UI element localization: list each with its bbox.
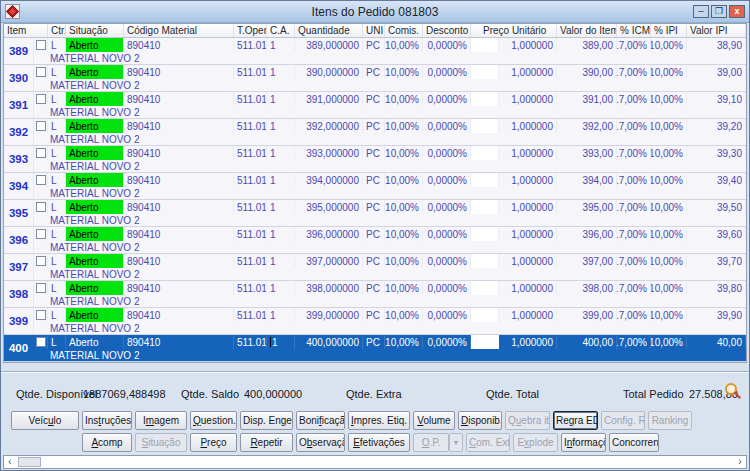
column-header-ipi[interactable]: % IPI — [651, 24, 687, 37]
ipi-cell: 10,00% — [651, 92, 687, 106]
question-button[interactable]: Question. — [190, 411, 237, 430]
ca-cell: 1 — [267, 173, 295, 187]
situacao-badge: Aberto — [66, 173, 124, 187]
row-checkbox[interactable] — [36, 310, 46, 320]
material-description: MATERIAL NOVO 2 — [34, 268, 746, 280]
disponib-button[interactable]: Disponib. — [458, 411, 502, 430]
grid-row[interactable]: 396LAberto890410511.011396,000000PC10,00… — [4, 227, 746, 254]
horizontal-scrollbar[interactable]: ‹ › — [3, 455, 747, 469]
grid-body: 389LAberto890410511.011389,000000PC10,00… — [4, 38, 746, 362]
ctr-cell: L — [48, 200, 66, 214]
preco-unitario-cell: 1,000000 — [499, 119, 557, 133]
row-checkbox[interactable] — [36, 40, 46, 50]
grid-row[interactable]: 393LAberto890410511.011393,000000PC10,00… — [4, 146, 746, 173]
scroll-left-icon[interactable]: ‹ — [4, 456, 16, 468]
grid-row[interactable]: 394LAberto890410511.011394,000000PC10,00… — [4, 173, 746, 200]
uni-cell: PC — [363, 38, 385, 52]
efetivacoes-button[interactable]: Efetivações — [348, 433, 410, 452]
magnifier-icon[interactable] — [724, 382, 741, 399]
grid-row[interactable]: 395LAberto890410511.011395,000000PC10,00… — [4, 200, 746, 227]
grid-row[interactable]: 399LAberto890410511.011399,000000PC10,00… — [4, 308, 746, 335]
row-checkbox[interactable] — [36, 202, 46, 212]
item-number: 397 — [4, 254, 34, 280]
preco-unitario-cell: 1,000000 — [499, 335, 557, 349]
row-checkbox[interactable] — [36, 256, 46, 266]
row-checkbox[interactable] — [36, 67, 46, 77]
imagem-button[interactable]: Imagem — [135, 411, 187, 430]
column-header-valor-do-item[interactable]: Valor do Item — [557, 24, 617, 37]
row-main-line: LAberto890410511.011391,000000PC10,00%0,… — [34, 92, 746, 106]
qtde-saldo-label: Qtde. Saldo — [181, 388, 239, 400]
column-header-c-digo-material[interactable]: Código Material — [124, 24, 234, 37]
valor-ipi-cell: 39,20 — [687, 119, 746, 133]
grid-row[interactable]: 392LAberto890410511.011392,000000PC10,00… — [4, 119, 746, 146]
quantidade-cell: 391,000000 — [295, 92, 363, 106]
valor-ipi-cell: 39,80 — [687, 281, 746, 295]
row-checkbox[interactable] — [36, 283, 46, 293]
preco-unitario-cell: 1,000000 — [499, 92, 557, 106]
valor-ipi-cell: 40,00 — [687, 335, 746, 349]
grid-row[interactable]: 400LAberto890410511.011400,000000PC10,00… — [4, 335, 746, 362]
repetir-button[interactable]: Repetir — [240, 433, 293, 452]
minimize-button[interactable]: – — [693, 5, 709, 18]
ctr-cell: L — [48, 92, 66, 106]
toper-cell: 511.01 — [234, 92, 267, 106]
ca-cell[interactable]: 1 — [267, 335, 295, 349]
column-header-icms[interactable]: % ICMS — [617, 24, 651, 37]
column-header-valor-ipi[interactable]: Valor IPI — [687, 24, 746, 37]
comis-cell: 10,00% — [385, 146, 423, 160]
column-header-comis[interactable]: Comis. — [385, 24, 423, 37]
grid-row[interactable]: 397LAberto890410511.011397,000000PC10,00… — [4, 254, 746, 281]
material-description: MATERIAL NOVO 2 — [34, 160, 746, 172]
grid-row[interactable]: 391LAberto890410511.011391,000000PC10,00… — [4, 92, 746, 119]
scrollbar-thumb[interactable] — [18, 457, 41, 467]
concorrente-button[interactable]: Concorrente — [609, 433, 659, 452]
row-checkbox[interactable] — [36, 337, 46, 347]
text-caret — [270, 337, 271, 347]
bonificacao-button[interactable]: Bonificação — [296, 411, 345, 430]
maximize-button[interactable]: ❐ — [711, 5, 727, 18]
volume-button[interactable]: Volume — [413, 411, 455, 430]
grid-row[interactable]: 389LAberto890410511.011389,000000PC10,00… — [4, 38, 746, 65]
codigo-material-cell: 890410 — [124, 146, 234, 160]
row-checkbox-cell — [34, 227, 48, 241]
instrucoes-button[interactable]: Instruções — [82, 411, 132, 430]
row-main-line: LAberto890410511.011390,000000PC10,00%0,… — [34, 65, 746, 79]
observacao-button[interactable]: Observação — [296, 433, 345, 452]
informacoes-button[interactable]: Informações — [561, 433, 606, 452]
impres-etiq-button[interactable]: Impres. Etiq. — [348, 411, 410, 430]
preco-unitario-cell: 1,000000 — [499, 146, 557, 160]
codigo-material-cell: 890410 — [124, 254, 234, 268]
scroll-right-icon[interactable]: › — [734, 456, 746, 468]
regra-edi-button[interactable]: Regra EDI — [553, 411, 598, 430]
column-header-pre-o-unit-rio[interactable]: Preço Unitário — [471, 24, 557, 37]
preco-button[interactable]: Preço — [190, 433, 237, 452]
row-checkbox[interactable] — [36, 229, 46, 239]
preco-unitario-cell: 1,000000 — [499, 200, 557, 214]
grid-row[interactable]: 398LAberto890410511.011398,000000PC10,00… — [4, 281, 746, 308]
column-header-quantidade[interactable]: Quantidade — [295, 24, 363, 37]
empty-edit-cell — [471, 227, 499, 241]
codigo-material-cell: 890410 — [124, 200, 234, 214]
close-button[interactable]: x — [729, 5, 745, 18]
row-checkbox[interactable] — [36, 175, 46, 185]
column-header-uni[interactable]: UNI — [363, 24, 385, 37]
disp-engenh-button[interactable]: Disp. Engenh. — [240, 411, 293, 430]
column-header-item[interactable]: Item — [4, 24, 48, 37]
veiculo-button[interactable]: Veículo — [11, 411, 79, 430]
row-checkbox[interactable] — [36, 148, 46, 158]
column-header-t-oper[interactable]: T.Oper. — [234, 24, 267, 37]
column-header-c-a[interactable]: C.A. — [267, 24, 295, 37]
row-checkbox[interactable] — [36, 121, 46, 131]
codigo-material-cell: 890410 — [124, 119, 234, 133]
row-checkbox[interactable] — [36, 94, 46, 104]
situacao-button: Situação — [135, 433, 187, 452]
grid-row[interactable]: 390LAberto890410511.011390,000000PC10,00… — [4, 65, 746, 92]
codigo-material-cell: 890410 — [124, 173, 234, 187]
preco-unitario-cell: 1,000000 — [499, 227, 557, 241]
column-header-ctr[interactable]: Ctr. — [48, 24, 66, 37]
quantidade-cell: 394,000000 — [295, 173, 363, 187]
column-header-desconto[interactable]: Desconto — [423, 24, 471, 37]
column-header-situa-o[interactable]: Situação — [66, 24, 124, 37]
acomp-button[interactable]: Acomp — [82, 433, 132, 452]
